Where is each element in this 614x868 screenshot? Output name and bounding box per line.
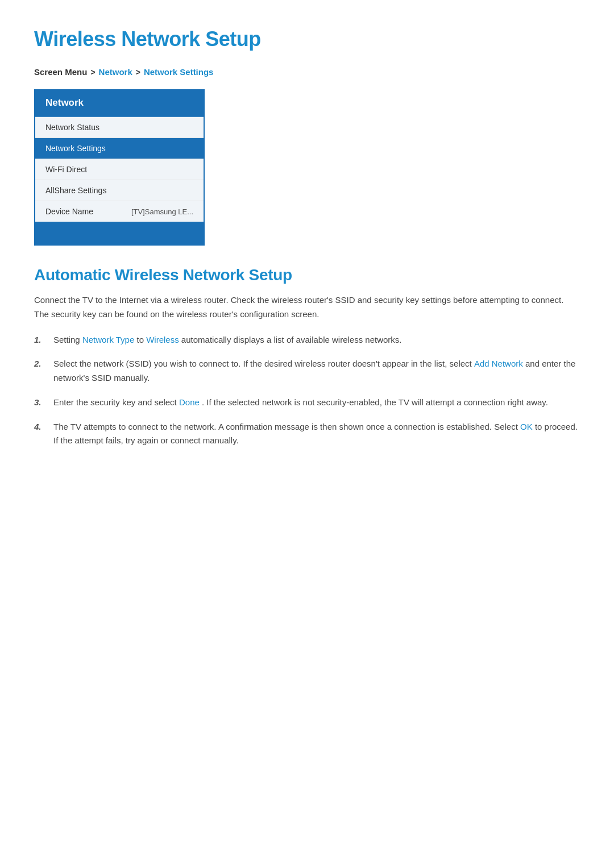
step-3: 3. Enter the security key and select Don… <box>34 396 580 410</box>
step-2: 2. Select the network (SSID) you wish to… <box>34 357 580 385</box>
menu-item-network-status-label: Network Status <box>45 123 99 132</box>
step-1: 1. Setting Network Type to Wireless auto… <box>34 333 580 347</box>
step-3-text: Enter the security key and select Done .… <box>53 396 580 410</box>
menu-item-allshare-settings[interactable]: AllShare Settings <box>35 180 204 201</box>
menu-item-allshare-settings-label: AllShare Settings <box>45 186 106 195</box>
step-1-highlight-1: Network Type <box>82 335 134 344</box>
menu-item-device-name-label: Device Name <box>45 207 93 216</box>
step-4-text-before: The TV attempts to connect to the networ… <box>53 422 520 431</box>
breadcrumb: Screen Menu > Network > Network Settings <box>34 67 580 77</box>
step-2-text: Select the network (SSID) you wish to co… <box>53 357 580 385</box>
menu-item-wifi-direct-label: Wi-Fi Direct <box>45 165 87 174</box>
step-4: 4. The TV attempts to connect to the net… <box>34 420 580 448</box>
step-1-text-middle: to <box>136 335 146 344</box>
step-3-text-after: . If the selected network is not securit… <box>202 397 548 407</box>
step-1-text-after: automatically displays a list of availab… <box>181 335 402 344</box>
steps-list: 1. Setting Network Type to Wireless auto… <box>34 333 580 448</box>
step-2-highlight: Add Network <box>474 359 523 368</box>
section-intro: Connect the TV to the Internet via a wir… <box>34 293 580 322</box>
step-4-highlight: OK <box>520 422 533 431</box>
menu-item-device-name[interactable]: Device Name [TV]Samsung LE... <box>35 201 204 222</box>
menu-item-device-name-value: [TV]Samsung LE... <box>131 207 193 216</box>
page-title: Wireless Network Setup <box>34 27 580 51</box>
menu-item-network-settings[interactable]: Network Settings <box>35 138 204 159</box>
step-3-highlight: Done <box>179 397 200 407</box>
step-1-text: Setting Network Type to Wireless automat… <box>53 333 580 347</box>
menu-item-network-status[interactable]: Network Status <box>35 117 204 138</box>
step-1-number: 1. <box>34 333 45 347</box>
breadcrumb-separator-2: > <box>136 68 140 77</box>
step-4-text: The TV attempts to connect to the networ… <box>53 420 580 448</box>
menu-item-network-settings-label: Network Settings <box>45 144 106 153</box>
breadcrumb-separator-1: > <box>90 68 95 77</box>
step-2-text-before: Select the network (SSID) you wish to co… <box>53 359 474 368</box>
breadcrumb-network[interactable]: Network <box>99 67 132 77</box>
step-1-text-before: Setting <box>53 335 82 344</box>
step-1-highlight-2: Wireless <box>146 335 179 344</box>
menu-item-wifi-direct[interactable]: Wi-Fi Direct <box>35 159 204 180</box>
step-3-number: 3. <box>34 396 45 410</box>
step-2-number: 2. <box>34 357 45 385</box>
automatic-section: Automatic Wireless Network Setup Connect… <box>34 266 580 448</box>
tv-menu-panel: Network Network Status Network Settings … <box>34 89 205 246</box>
tv-menu-header: Network <box>35 90 204 117</box>
automatic-section-title: Automatic Wireless Network Setup <box>34 266 580 284</box>
breadcrumb-screen-menu: Screen Menu <box>34 67 87 77</box>
step-3-text-before: Enter the security key and select <box>53 397 179 407</box>
tv-menu-body: Network Status Network Settings Wi-Fi Di… <box>35 117 204 222</box>
breadcrumb-network-settings[interactable]: Network Settings <box>144 67 214 77</box>
step-4-number: 4. <box>34 420 45 448</box>
